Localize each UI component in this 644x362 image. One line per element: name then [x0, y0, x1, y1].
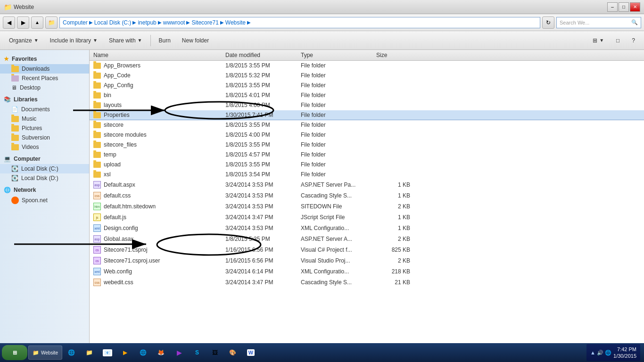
burn-button[interactable]: Burn	[154, 33, 176, 48]
breadcrumb-disk[interactable]: Local Disk (C:)	[94, 19, 132, 26]
include-library-button[interactable]: Include in library ▼	[45, 33, 103, 48]
table-row[interactable]: upload 1/8/2015 3:55 PM File folder	[90, 160, 644, 170]
folder-icon	[11, 125, 19, 132]
network-header[interactable]: 🌐 Network	[0, 185, 89, 195]
table-row-csproj-user[interactable]: csSitecore71.csproj.user 1/16/2015 6:56 …	[90, 255, 644, 266]
taskbar-skype[interactable]: S	[189, 346, 206, 360]
taskbar-outlook[interactable]: 📧	[99, 346, 116, 360]
table-row[interactable]: layouts 1/8/2015 4:00 PM File folder	[90, 100, 644, 110]
table-row[interactable]: sitecore 1/8/2015 3:55 PM File folder	[90, 120, 644, 130]
sidebar-item-music[interactable]: Music	[0, 114, 89, 123]
minimize-button[interactable]: –	[607, 2, 618, 12]
organize-button[interactable]: Organize ▼	[4, 33, 44, 48]
column-type[interactable]: Type	[301, 52, 376, 58]
help-button[interactable]: ?	[627, 33, 640, 48]
folder-icon	[93, 162, 101, 168]
table-row[interactable]: sitecore_files 1/8/2015 3:55 PM File fol…	[90, 140, 644, 150]
title-bar: 📁 Website – □ ✕	[0, 0, 644, 14]
breadcrumb-website[interactable]: Website	[225, 19, 246, 26]
sidebar-item-recent[interactable]: Recent Places	[0, 74, 89, 83]
address-field[interactable]: Computer ▶ Local Disk (C:) ▶ inetpub ▶ w…	[59, 17, 540, 28]
breadcrumb-sitecore[interactable]: Sitecore71	[191, 19, 218, 26]
column-date[interactable]: Date modified	[225, 52, 301, 58]
sidebar-item-downloads[interactable]: Downloads	[0, 64, 89, 74]
sidebar-item-pictures[interactable]: Pictures	[0, 123, 89, 133]
taskbar-media[interactable]: ▶	[117, 346, 134, 360]
word-icon: W	[247, 349, 255, 356]
sidebar-item-desktop[interactable]: 🖥 Desktop	[0, 83, 89, 92]
start-button[interactable]: ⊞	[2, 345, 27, 360]
folder-icon	[11, 116, 19, 122]
sidebar-item-documents[interactable]: 📄 Documents	[0, 105, 89, 114]
table-row-properties[interactable]: Properties 1/30/2015 7:41 PM File folder	[90, 110, 644, 120]
table-row[interactable]: jsdefault.js 3/24/2014 3:47 PM JScript S…	[90, 212, 644, 223]
new-folder-label: New folder	[182, 37, 209, 44]
libraries-header[interactable]: 📚 Libraries	[0, 94, 89, 105]
taskbar-paint[interactable]: 🎨	[224, 346, 241, 360]
sidebar-item-spoon[interactable]: Spoon.net	[0, 195, 89, 206]
table-row[interactable]: aspGlobal.asax 1/8/2015 5:35 PM ASP.NET …	[90, 234, 644, 245]
libraries-section: 📚 Libraries 📄 Documents Music Pictures	[0, 94, 89, 152]
recent-button[interactable]: 📁	[45, 16, 58, 29]
column-size[interactable]: Size	[376, 52, 414, 58]
breadcrumb-computer[interactable]: Computer	[63, 19, 88, 26]
share-with-button[interactable]: Share with ▼	[104, 33, 148, 48]
taskbar-word[interactable]: W	[242, 346, 259, 360]
js-icon: js	[93, 214, 101, 221]
file-list-area: Name Date modified Type Size App_Browser…	[90, 50, 644, 343]
maximize-button[interactable]: □	[619, 2, 629, 12]
folder-icon	[93, 112, 101, 118]
tray-icons: ▲ 🔊 🌐	[590, 350, 611, 356]
table-row[interactable]: App_Browsers 1/8/2015 3:55 PM File folde…	[90, 61, 644, 71]
organize-label: Organize	[9, 37, 32, 44]
view-options-button[interactable]: ⊞ ▼	[587, 33, 609, 48]
folder2-icon: 📁	[86, 349, 93, 356]
sidebar-item-local-c[interactable]: 💽 Local Disk (C:)	[0, 164, 89, 173]
table-row[interactable]: xsl 1/8/2015 3:54 PM File folder	[90, 170, 644, 180]
table-row[interactable]: htmdefault.htm.sitedown 3/24/2014 3:53 P…	[90, 201, 644, 212]
folder-icon	[11, 75, 19, 82]
media-icon: ▶	[123, 349, 127, 356]
sidebar-item-local-d[interactable]: 💽 Local Disk (D:)	[0, 173, 89, 183]
table-row[interactable]: xmlWeb.config 3/24/2014 6:14 PM XML Conf…	[90, 266, 644, 277]
close-button[interactable]: ✕	[630, 2, 640, 12]
table-row[interactable]: sitecore modules 1/8/2015 4:00 PM File f…	[90, 130, 644, 140]
breadcrumb-inetpub[interactable]: inetpub	[138, 19, 156, 26]
back-button[interactable]: ◀	[3, 16, 15, 29]
sidebar-item-subversion[interactable]: Subversion	[0, 133, 89, 142]
taskbar-ie[interactable]: 🌐	[63, 346, 80, 360]
computer-header[interactable]: 💻 Computer	[0, 154, 89, 164]
search-box[interactable]: Search We... 🔍	[556, 17, 641, 28]
explorer-icon: 📁	[33, 350, 39, 356]
taskbar-chrome[interactable]: 🌐	[135, 346, 152, 360]
refresh-button[interactable]: ↻	[542, 16, 554, 29]
table-row[interactable]: csswebedit.css 3/24/2014 3:47 PM Cascadi…	[90, 277, 644, 288]
taskbar-folder2[interactable]: 📁	[81, 346, 98, 360]
taskbar-vs[interactable]: ▶	[171, 346, 188, 360]
table-row-csproj[interactable]: csSitecore71.csproj 1/16/2015 6:56 PM Vi…	[90, 245, 644, 255]
taskbar-explorer[interactable]: 📁 Website	[28, 346, 62, 360]
forward-button[interactable]: ▶	[17, 16, 29, 29]
table-row[interactable]: App_Config 1/8/2015 3:55 PM File folder	[90, 81, 644, 90]
sidebar-item-music-label: Music	[22, 115, 36, 122]
table-row[interactable]: cssdefault.css 3/24/2014 3:53 PM Cascadi…	[90, 190, 644, 201]
up-button[interactable]: ▲	[31, 16, 43, 29]
table-row[interactable]: bin 1/8/2015 4:01 PM File folder	[90, 90, 644, 100]
taskbar-photos[interactable]: 🖼	[206, 346, 223, 360]
layout-button[interactable]: □	[611, 33, 625, 48]
computer-section: 💻 Computer 💽 Local Disk (C:) 💽 Local Dis…	[0, 154, 89, 183]
column-name[interactable]: Name	[93, 52, 225, 58]
sidebar-item-recent-label: Recent Places	[22, 75, 58, 82]
sidebar-item-local-d-label: Local Disk (D:)	[21, 175, 58, 181]
favorites-header[interactable]: ★ Favorites	[0, 54, 89, 64]
sidebar: ★ Favorites Downloads Recent Places 🖥 De…	[0, 50, 90, 343]
table-row[interactable]: temp 1/8/2015 4:57 PM File folder	[90, 150, 644, 160]
sidebar-item-videos[interactable]: Videos	[0, 142, 89, 152]
table-row[interactable]: xmlDesign.config 3/24/2014 3:53 PM XML C…	[90, 223, 644, 234]
breadcrumb-wwwroot[interactable]: wwwroot	[163, 19, 185, 26]
sidebar-item-spoon-label: Spoon.net	[22, 197, 48, 204]
taskbar-firefox[interactable]: 🦊	[153, 346, 170, 360]
table-row[interactable]: App_Code 1/8/2015 5:32 PM File folder	[90, 71, 644, 81]
new-folder-button[interactable]: New folder	[177, 33, 214, 48]
table-row[interactable]: aspDefault.aspx 3/24/2014 3:53 PM ASP.NE…	[90, 180, 644, 190]
